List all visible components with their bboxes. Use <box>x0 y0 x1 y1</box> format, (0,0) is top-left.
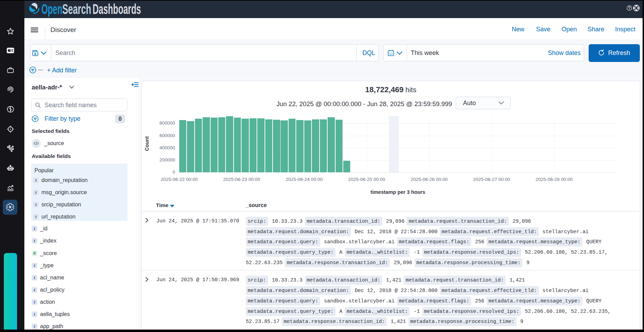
svg-text:OpenSearchDashboards: OpenSearchDashboards <box>41 2 141 17</box>
